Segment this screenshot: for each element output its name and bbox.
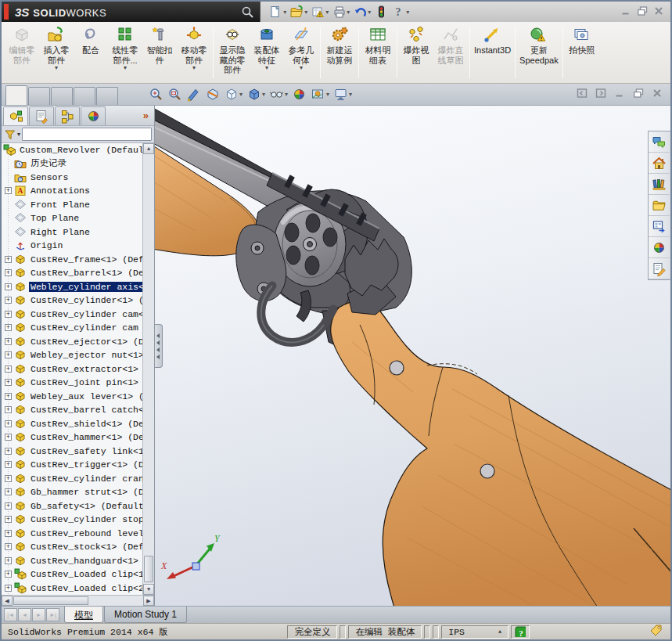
window-minimize-button[interactable] [620,5,631,19]
toolbar-button[interactable]: 配合 ▾ [74,23,108,81]
status-help-button[interactable] [511,625,530,639]
scroll-left-arrow[interactable]: ◀ [2,596,13,606]
search-icon[interactable] [241,5,253,18]
dropdown-arrow[interactable]: ▾ [124,65,127,71]
dropdown-arrow[interactable]: ▾ [285,91,288,98]
expand-toggle[interactable]: + [5,338,12,345]
revolver-carbine-model[interactable]: X Y [155,106,670,606]
tree-item[interactable]: + Annotations [2,184,142,198]
tree-item[interactable]: + CustRev_barrel<1> (Defau [2,266,142,280]
new-document-icon[interactable]: ▾ [268,5,286,19]
toolbar-button[interactable]: Instant3D ▾ [472,23,513,81]
propertymanager-tab[interactable] [29,106,54,125]
collapse-left-pane-icon[interactable] [576,87,588,101]
expand-toggle[interactable]: + [5,543,12,550]
toolbar-button[interactable]: 线性零 部件... ▾ [108,23,142,81]
tree-item[interactable]: + CustRev_cylinder stop<1 [2,513,142,527]
toolbar-button[interactable]: 智能扣 件 ▾ [142,23,177,81]
tree-item[interactable]: + Webley_cylinder axis<1> [2,280,142,294]
tree-item[interactable]: + Front Plane [2,198,142,212]
menu-item[interactable] [135,9,149,14]
window-close-button[interactable] [652,5,664,19]
expand-toggle[interactable]: + [5,557,12,564]
view-palette-icon[interactable] [649,216,670,237]
last-tab-button[interactable]: ►| [46,608,59,621]
solidworks-resources-icon[interactable] [649,153,670,174]
expand-toggle[interactable]: + [5,530,12,537]
dropdown-arrow[interactable]: ▾ [262,91,265,98]
ribbon-tab[interactable] [96,87,118,105]
toolbar-button[interactable]: 移动零 部件 ▾ [177,23,211,81]
filter-dropdown-arrow[interactable]: ▾ [17,131,20,138]
expand-toggle[interactable]: + [5,269,12,276]
tag-icon[interactable] [649,624,663,639]
dropdown-arrow[interactable]: ▾ [368,9,371,16]
tree-item[interactable]: + Gb_safety<1> (Default<< [2,499,142,513]
menu-item[interactable] [221,9,235,14]
configurationmanager-tab[interactable] [55,106,80,125]
document-minimize-icon[interactable] [613,87,625,101]
toolbar-button[interactable]: 显示隐 藏的零 部件 ▾ [215,23,250,81]
filter-funnel-icon[interactable] [4,128,16,140]
menu-item[interactable] [169,9,183,14]
collapse-right-pane-icon[interactable] [595,87,606,101]
panel-overflow-chevron[interactable]: » [143,110,149,121]
view-orientation-icon[interactable]: ▾ [224,87,243,102]
tree-item[interactable]: + Webley_ejector nut<1> ( [2,348,142,362]
expand-toggle[interactable]: + [5,351,12,358]
tree-item[interactable]: + CustRev_cylinder crank< [2,472,142,486]
expand-toggle[interactable]: + [5,283,12,290]
scrollbar-thumb[interactable] [13,596,88,605]
toolbar-button[interactable]: 拍快照 ▾ [565,23,599,81]
tree-item[interactable]: + CustRev_ejector<1> (Def: [2,335,142,349]
document-close-icon[interactable] [651,87,663,101]
tree-item[interactable]: + Origin [2,239,142,253]
ribbon-tab[interactable] [28,87,50,105]
first-tab-button[interactable]: |◄ [4,608,17,621]
toolbar-button[interactable]: 爆炸直 线草图 ▾ [433,23,468,81]
solidworks-forum-icon[interactable] [649,131,670,153]
edit-appearance-icon[interactable]: ▾ [292,87,307,102]
tree-item[interactable]: + CustRev_barrel catch<1> [2,403,142,417]
tree-item[interactable]: + CustRev_extractor<1> (D [2,362,142,376]
undo-icon[interactable]: ▾ [353,5,371,19]
tree-vertical-scrollbar[interactable]: ▲ ▼ [142,143,154,595]
tree-item[interactable]: + CustRev_frame<1> (Defaul [2,253,142,267]
apply-scene-icon[interactable]: ▾ [311,87,329,102]
expand-toggle[interactable]: + [5,448,12,455]
panel-splitter-handle[interactable] [155,324,163,368]
toolbar-button[interactable]: 插入零 部件 ▾ [39,23,74,81]
tree-item[interactable]: + CustRev_cylinder cam le [2,321,142,335]
dropdown-arrow[interactable]: ▾ [325,9,329,16]
dropdown-arrow[interactable]: ▾ [283,9,286,16]
featuremanager-tab[interactable] [3,106,28,125]
help-icon[interactable]: ▾ [391,5,409,19]
rebuild-traffic-light-icon[interactable]: ▾ [374,5,388,19]
section-view-icon[interactable]: ▾ [205,87,220,102]
expand-toggle[interactable]: + [5,488,12,495]
file-explorer-icon[interactable] [649,195,670,216]
tree-item[interactable]: + CustRev_stock<1> (Defau [2,540,142,554]
scroll-right-arrow[interactable]: ▶ [143,596,154,606]
tree-item[interactable]: + Right Plane [2,225,142,239]
expand-toggle[interactable]: + [5,502,12,510]
file-properties-icon[interactable]: ▾ [311,5,329,19]
expand-toggle[interactable]: + [5,420,12,427]
expand-toggle[interactable]: + [5,324,12,331]
tree-item[interactable]: + 历史记录 [2,157,142,171]
tree-item[interactable]: + CustRev_joint pin<1> (D [2,376,142,390]
expand-toggle[interactable]: + [5,366,12,373]
tree-item[interactable]: + Webley_aux lever<1> (De: [2,390,142,404]
graphics-area[interactable]: X Y [155,106,670,606]
appearances-scenes-icon[interactable] [649,237,670,258]
zoom-to-fit-icon[interactable]: ▾ [149,87,164,102]
expand-toggle[interactable]: + [5,571,12,578]
hide-show-items-icon[interactable]: ▾ [269,87,288,102]
tree-horizontal-scrollbar[interactable]: ◀ ▶ [2,595,154,606]
dropdown-arrow[interactable]: ▾ [349,91,352,98]
window-restore-button[interactable] [636,5,648,19]
tree-item[interactable]: + CustRev_handguard<1> (D [2,554,142,568]
toolbar-button[interactable]: 材料明 细表 ▾ [361,23,395,81]
expand-toggle[interactable]: + [5,585,12,592]
dropdown-arrow[interactable]: ▾ [192,65,196,71]
